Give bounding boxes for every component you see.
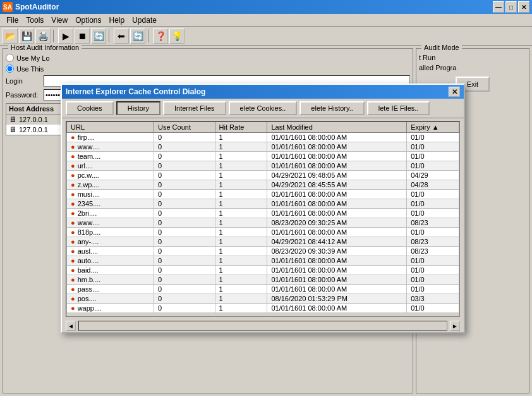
toolbar-run-button[interactable]: ▶ <box>58 28 73 44</box>
cell-lastmod: 01/01/1601 08:00:00 AM <box>267 161 407 171</box>
cell-lastmod: 01/01/1601 08:00:00 AM <box>267 190 407 199</box>
toolbar-print-button[interactable]: 🖨️ <box>35 28 51 44</box>
table-row[interactable]: ●any-.... 0 1 04/29/2021 08:44:12 AM 08/… <box>67 237 459 247</box>
table-row[interactable]: ●auto.... 0 1 01/01/1601 08:00:00 AM 01/… <box>67 256 459 266</box>
col-header-usecount[interactable]: Use Count <box>154 122 215 133</box>
col-header-url[interactable]: URL <box>67 122 154 133</box>
cell-hitrate: 1 <box>215 266 267 275</box>
cell-usecount: 0 <box>154 133 215 142</box>
table-row[interactable]: ●baid.... 0 1 01/01/1601 08:00:00 AM 01/… <box>67 266 459 275</box>
table-row[interactable]: ●hm.b.... 0 1 01/01/1601 08:00:00 AM 01/… <box>67 275 459 285</box>
hscroll-right-button[interactable]: ► <box>450 321 460 331</box>
cell-expiry: 08/23 <box>407 237 459 247</box>
cell-hitrate: 1 <box>215 190 267 199</box>
toolbar-info-button[interactable]: 💡 <box>169 28 184 44</box>
table-row[interactable]: ●pos.... 0 1 08/16/2020 01:53:29 PM 03/3 <box>67 294 459 304</box>
toolbar-back-button[interactable]: ⬅ <box>114 28 129 44</box>
dialog-title: Internet Explorer Cache Control Dialog <box>66 87 449 96</box>
cell-url: ●wapp.... <box>67 304 154 313</box>
cell-hitrate: 1 <box>215 161 267 171</box>
cell-usecount: 0 <box>154 190 215 199</box>
ie-table-wrapper: URL Use Count Hit Rate Last Modified Exp… <box>62 118 464 319</box>
tab-delete-history[interactable]: elete History.. <box>299 101 364 115</box>
row-icon: ● <box>71 228 75 236</box>
toolbar-open-button[interactable]: 📂 <box>3 28 18 44</box>
cell-url: ●2bri.... <box>67 209 154 218</box>
table-row[interactable]: ●wapp.... 0 1 01/01/1601 08:00:00 AM 01/… <box>67 304 459 313</box>
table-row[interactable]: ●pass.... 0 1 01/01/1601 08:00:00 AM 01/… <box>67 285 459 294</box>
menu-tools[interactable]: Tools <box>22 15 47 26</box>
dialog-close-button[interactable]: ✕ <box>449 87 460 97</box>
cell-hitrate: 1 <box>215 237 267 247</box>
table-row[interactable]: ●2345.... 0 1 01/01/1601 08:00:00 AM 01/… <box>67 199 459 209</box>
table-row[interactable]: ●firp.... 0 1 01/01/1601 08:00:00 AM 01/… <box>67 133 459 142</box>
cell-url: ●818p.... <box>67 228 154 237</box>
table-row[interactable]: ●www.... 0 1 08/23/2020 09:30:25 AM 08/2… <box>67 218 459 228</box>
app-title: SpotAuditor <box>15 3 493 11</box>
menu-options[interactable]: Options <box>71 15 105 26</box>
toolbar-reload-button[interactable]: 🔄 <box>130 28 145 44</box>
tab-internet-files[interactable]: Internet Files <box>163 101 226 115</box>
table-row[interactable]: ●team.... 0 1 01/01/1601 08:00:00 AM 01/… <box>67 152 459 161</box>
cell-lastmod: 04/29/2021 08:44:12 AM <box>267 237 407 247</box>
cell-lastmod: 01/01/1601 08:00:00 AM <box>267 275 407 285</box>
cell-url: ●ausl.... <box>67 247 154 256</box>
row-icon: ● <box>71 143 75 151</box>
row-icon: ● <box>71 209 75 217</box>
table-row[interactable]: ●2bri.... 0 1 01/01/1601 08:00:00 AM 01/… <box>67 209 459 218</box>
table-row[interactable]: ●818p.... 0 1 01/01/1601 08:00:00 AM 01/… <box>67 228 459 237</box>
cell-url: ●www.... <box>67 142 154 152</box>
cell-hitrate: 1 <box>215 133 267 142</box>
ie-table-scroll[interactable]: URL Use Count Hit Rate Last Modified Exp… <box>66 121 460 317</box>
cell-lastmod: 01/01/1601 08:00:00 AM <box>267 133 407 142</box>
tab-history[interactable]: History <box>116 101 160 115</box>
row-icon: ● <box>71 181 75 189</box>
toolbar-refresh-button[interactable]: 🔄 <box>91 28 106 44</box>
menu-update[interactable]: Update <box>128 15 160 26</box>
tab-delete-ie-files[interactable]: lete IE Files.. <box>367 101 430 115</box>
cell-url: ●pc.w.... <box>67 171 154 180</box>
hscroll-track[interactable] <box>78 321 447 331</box>
tab-delete-cookies[interactable]: elete Cookies.. <box>229 101 298 115</box>
cell-hitrate: 1 <box>215 228 267 237</box>
cell-usecount: 0 <box>154 209 215 218</box>
cell-expiry: 04/29 <box>407 171 459 180</box>
col-header-expiry[interactable]: Expiry ▲ <box>407 122 459 133</box>
table-row[interactable]: ●www.... 0 1 01/01/1601 08:00:00 AM 01/0 <box>67 142 459 152</box>
table-row[interactable]: ●z.wp.... 0 1 04/29/2021 08:45:55 AM 04/… <box>67 180 459 190</box>
close-button[interactable]: ✕ <box>518 1 529 13</box>
maximize-button[interactable]: □ <box>505 1 517 13</box>
cell-usecount: 0 <box>154 294 215 304</box>
cell-usecount: 0 <box>154 275 215 285</box>
row-icon: ● <box>71 238 75 245</box>
cell-expiry: 01/0 <box>407 304 459 313</box>
table-row[interactable]: ●musi.... 0 1 01/01/1601 08:00:00 AM 01/… <box>67 190 459 199</box>
cell-expiry: 01/0 <box>407 285 459 294</box>
cell-expiry: 03/3 <box>407 294 459 304</box>
tab-cookies[interactable]: Cookies <box>66 101 114 115</box>
dialog-overlay: Internet Explorer Cache Control Dialog ✕… <box>0 46 532 396</box>
col-header-lastmod[interactable]: Last Modified <box>267 122 407 133</box>
cell-usecount: 0 <box>154 161 215 171</box>
cell-hitrate: 1 <box>215 152 267 161</box>
table-row[interactable]: ●pc.w.... 0 1 04/29/2021 09:48:05 AM 04/… <box>67 171 459 180</box>
cell-hitrate: 1 <box>215 180 267 190</box>
menu-file[interactable]: File <box>3 15 22 26</box>
cell-usecount: 0 <box>154 266 215 275</box>
cell-usecount: 0 <box>154 152 215 161</box>
hscroll-left-button[interactable]: ◄ <box>66 321 76 331</box>
cell-usecount: 0 <box>154 199 215 209</box>
toolbar-save-button[interactable]: 💾 <box>19 28 34 44</box>
toolbar-stop-button[interactable]: ⏹ <box>75 28 90 44</box>
cell-hitrate: 1 <box>215 142 267 152</box>
minimize-button[interactable]: — <box>493 1 504 13</box>
col-header-hitrate[interactable]: Hit Rate <box>215 122 267 133</box>
cell-lastmod: 01/01/1601 08:00:00 AM <box>267 266 407 275</box>
table-row[interactable]: ●url.... 0 1 01/01/1601 08:00:00 AM 01/0 <box>67 161 459 171</box>
menu-help[interactable]: Help <box>106 15 129 26</box>
title-bar-controls: — □ ✕ <box>493 1 529 13</box>
table-row[interactable]: ●ausl.... 0 1 08/23/2020 09:30:39 AM 08/… <box>67 247 459 256</box>
toolbar-help-button[interactable]: ❓ <box>153 28 168 44</box>
menu-view[interactable]: View <box>47 15 71 26</box>
cell-expiry: 08/23 <box>407 218 459 228</box>
